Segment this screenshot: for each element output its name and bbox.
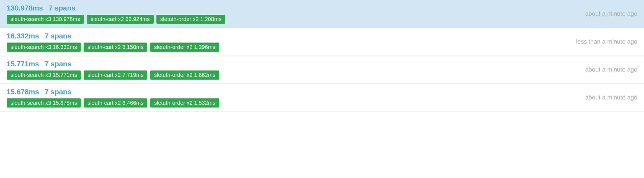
trace-timestamp: less than a minute ago: [576, 38, 637, 45]
tag-badge[interactable]: sleuth-cart x2 66.924ms: [87, 15, 153, 24]
tag-badge[interactable]: sleuth-cart x2 6.466ms: [84, 98, 147, 108]
trace-row-content: 130.978ms7 spanssleuth-search x3 130.978…: [7, 4, 574, 24]
trace-header: 15.771ms7 spans: [7, 60, 574, 68]
tag-badge[interactable]: sletuth-order x2 1.532ms: [150, 98, 219, 108]
trace-spans: 7 spans: [45, 60, 71, 68]
trace-duration: 15.678ms: [7, 88, 39, 96]
tag-badge[interactable]: sleuth-search x3 16.332ms: [7, 43, 81, 52]
tag-badge[interactable]: sleuth-cart x2 8.150ms: [84, 43, 147, 52]
trace-spans: 7 spans: [49, 4, 76, 12]
tag-badge[interactable]: sletuth-order x2 1.296ms: [150, 43, 219, 52]
trace-tags: sleuth-search x3 15.678mssleuth-cart x2 …: [7, 98, 574, 108]
trace-row-content: 15.678ms7 spanssleuth-search x3 15.678ms…: [7, 88, 574, 108]
trace-row[interactable]: 15.678ms7 spanssleuth-search x3 15.678ms…: [0, 84, 644, 112]
tag-badge[interactable]: sletuth-order x2 1.208ms: [156, 15, 225, 24]
trace-row[interactable]: 15.771ms7 spanssleuth-search x3 15.771ms…: [0, 56, 644, 84]
trace-duration: 16.332ms: [7, 32, 39, 40]
trace-tags: sleuth-search x3 130.978mssleuth-cart x2…: [7, 15, 574, 24]
trace-tags: sleuth-search x3 15.771mssleuth-cart x2 …: [7, 70, 574, 80]
trace-list: 130.978ms7 spanssleuth-search x3 130.978…: [0, 0, 644, 112]
trace-header: 15.678ms7 spans: [7, 88, 574, 96]
trace-row[interactable]: 16.332ms7 spanssleuth-search x3 16.332ms…: [0, 28, 644, 56]
tag-badge[interactable]: sletuth-order x2 1.662ms: [150, 70, 219, 80]
trace-duration: 15.771ms: [7, 60, 39, 68]
tag-badge[interactable]: sleuth-search x3 15.771ms: [7, 70, 81, 80]
tag-badge[interactable]: sleuth-search x3 130.978ms: [7, 15, 84, 24]
trace-spans: 7 spans: [45, 32, 71, 40]
trace-header: 130.978ms7 spans: [7, 4, 574, 12]
trace-row[interactable]: 130.978ms7 spanssleuth-search x3 130.978…: [0, 0, 644, 28]
trace-timestamp: about a minute ago: [585, 94, 637, 101]
trace-row-content: 15.771ms7 spanssleuth-search x3 15.771ms…: [7, 60, 574, 80]
trace-row-content: 16.332ms7 spanssleuth-search x3 16.332ms…: [7, 32, 565, 52]
trace-timestamp: about a minute ago: [585, 66, 637, 73]
tag-badge[interactable]: sleuth-search x3 15.678ms: [7, 98, 81, 108]
trace-spans: 7 spans: [45, 88, 71, 96]
trace-tags: sleuth-search x3 16.332mssleuth-cart x2 …: [7, 43, 565, 52]
trace-duration: 130.978ms: [7, 4, 43, 12]
trace-timestamp: about a minute ago: [585, 10, 637, 17]
trace-header: 16.332ms7 spans: [7, 32, 565, 40]
tag-badge[interactable]: sleuth-cart x2 7.719ms: [84, 70, 147, 80]
